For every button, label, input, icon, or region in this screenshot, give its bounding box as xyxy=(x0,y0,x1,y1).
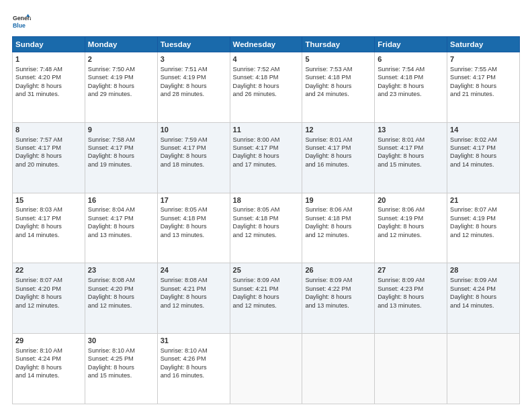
day-info: Daylight: 8 hours xyxy=(15,293,82,301)
day-info: Sunrise: 8:10 AM xyxy=(161,347,227,355)
day-info: Daylight: 8 hours xyxy=(161,82,227,90)
table-row xyxy=(375,334,447,404)
day-info: and 13 minutes. xyxy=(378,302,444,310)
day-info: and 29 minutes. xyxy=(88,90,154,98)
day-info: Daylight: 8 hours xyxy=(88,363,154,371)
day-info: and 12 minutes. xyxy=(378,231,444,239)
calendar-header-row: Sunday Monday Tuesday Wednesday Thursday… xyxy=(13,37,520,52)
day-number: 3 xyxy=(161,54,227,64)
table-row: 27Sunrise: 8:09 AMSunset: 4:23 PMDayligh… xyxy=(375,263,447,334)
day-info: Sunrise: 7:54 AM xyxy=(378,65,444,73)
day-info: Sunset: 4:17 PM xyxy=(305,144,371,152)
day-number: 17 xyxy=(161,195,227,205)
day-info: Sunset: 4:17 PM xyxy=(88,214,154,222)
day-info: Sunrise: 7:50 AM xyxy=(88,65,154,73)
day-number: 30 xyxy=(88,336,154,346)
day-info: and 19 minutes. xyxy=(88,161,154,169)
table-row: 7Sunrise: 7:55 AMSunset: 4:17 PMDaylight… xyxy=(447,52,520,123)
day-info: Sunset: 4:26 PM xyxy=(161,355,227,363)
day-info: Daylight: 8 hours xyxy=(305,293,371,301)
day-info: Sunset: 4:18 PM xyxy=(161,214,227,222)
day-info: Sunrise: 7:55 AM xyxy=(450,65,517,73)
col-wednesday: Wednesday xyxy=(230,37,302,52)
day-number: 31 xyxy=(161,336,227,346)
day-info: Daylight: 8 hours xyxy=(161,152,227,160)
day-info: Sunset: 4:18 PM xyxy=(305,214,371,222)
day-info: Sunrise: 7:52 AM xyxy=(233,65,300,73)
day-info: and 12 minutes. xyxy=(88,302,154,310)
day-info: Daylight: 8 hours xyxy=(305,152,371,160)
day-info: and 17 minutes. xyxy=(233,161,300,169)
day-info: and 12 minutes. xyxy=(233,302,300,310)
day-number: 11 xyxy=(233,125,300,135)
day-info: Daylight: 8 hours xyxy=(450,222,517,230)
day-number: 16 xyxy=(88,195,154,205)
day-info: Sunset: 4:21 PM xyxy=(161,285,227,293)
day-info: Sunset: 4:20 PM xyxy=(88,285,154,293)
day-number: 1 xyxy=(15,54,82,64)
day-info: Daylight: 8 hours xyxy=(161,222,227,230)
day-info: Sunset: 4:25 PM xyxy=(88,355,154,363)
table-row: 9Sunrise: 7:58 AMSunset: 4:17 PMDaylight… xyxy=(85,122,157,193)
day-number: 19 xyxy=(305,195,371,205)
table-row: 21Sunrise: 8:07 AMSunset: 4:19 PMDayligh… xyxy=(447,193,520,263)
day-number: 13 xyxy=(378,125,444,135)
table-row: 6Sunrise: 7:54 AMSunset: 4:18 PMDaylight… xyxy=(375,52,447,123)
day-number: 15 xyxy=(15,195,82,205)
table-row: 29Sunrise: 8:10 AMSunset: 4:24 PMDayligh… xyxy=(13,334,85,404)
day-info: Sunrise: 8:06 AM xyxy=(305,205,371,214)
day-info: Sunset: 4:17 PM xyxy=(378,144,444,152)
day-info: Sunrise: 8:09 AM xyxy=(450,276,517,284)
col-sunday: Sunday xyxy=(13,37,85,52)
day-info: Daylight: 8 hours xyxy=(88,222,154,230)
day-info: and 16 minutes. xyxy=(305,161,371,169)
day-number: 23 xyxy=(88,265,154,275)
table-row: 13Sunrise: 8:01 AMSunset: 4:17 PMDayligh… xyxy=(375,122,447,193)
day-info: and 13 minutes. xyxy=(161,231,227,239)
day-number: 22 xyxy=(15,265,82,275)
day-info: Sunrise: 8:00 AM xyxy=(233,136,300,144)
day-info: Daylight: 8 hours xyxy=(88,293,154,301)
day-info: Sunset: 4:22 PM xyxy=(305,285,371,293)
day-info: Sunset: 4:17 PM xyxy=(233,144,300,152)
day-number: 21 xyxy=(450,195,517,205)
day-number: 12 xyxy=(305,125,371,135)
calendar-week-row: 22Sunrise: 8:07 AMSunset: 4:20 PMDayligh… xyxy=(13,263,520,334)
day-info: Sunset: 4:17 PM xyxy=(450,73,517,81)
day-info: and 15 minutes. xyxy=(378,161,444,169)
day-info: Sunset: 4:21 PM xyxy=(233,285,300,293)
table-row: 1Sunrise: 7:48 AMSunset: 4:20 PMDaylight… xyxy=(13,52,85,123)
day-info: and 12 minutes. xyxy=(161,302,227,310)
table-row: 17Sunrise: 8:05 AMSunset: 4:18 PMDayligh… xyxy=(157,193,230,263)
day-info: and 15 minutes. xyxy=(88,371,154,379)
day-info: Sunrise: 7:57 AM xyxy=(15,136,82,144)
col-tuesday: Tuesday xyxy=(157,37,230,52)
day-number: 18 xyxy=(233,195,300,205)
day-info: Daylight: 8 hours xyxy=(450,152,517,160)
day-info: Sunset: 4:17 PM xyxy=(88,144,154,152)
day-info: Daylight: 8 hours xyxy=(15,222,82,230)
table-row: 15Sunrise: 8:03 AMSunset: 4:17 PMDayligh… xyxy=(13,193,85,263)
day-info: and 14 minutes. xyxy=(450,161,517,169)
day-info: Sunset: 4:17 PM xyxy=(450,144,517,152)
table-row xyxy=(302,334,375,404)
day-number: 26 xyxy=(305,265,371,275)
day-info: and 31 minutes. xyxy=(15,90,82,98)
table-row: 22Sunrise: 8:07 AMSunset: 4:20 PMDayligh… xyxy=(13,263,85,334)
table-row: 24Sunrise: 8:08 AMSunset: 4:21 PMDayligh… xyxy=(157,263,230,334)
day-info: Sunrise: 8:08 AM xyxy=(161,276,227,284)
day-info: and 24 minutes. xyxy=(305,90,371,98)
calendar-week-row: 8Sunrise: 7:57 AMSunset: 4:17 PMDaylight… xyxy=(13,122,520,193)
day-info: Daylight: 8 hours xyxy=(233,293,300,301)
day-number: 2 xyxy=(88,54,154,64)
table-row: 10Sunrise: 7:59 AMSunset: 4:17 PMDayligh… xyxy=(157,122,230,193)
day-info: and 14 minutes. xyxy=(450,302,517,310)
day-info: Sunrise: 7:48 AM xyxy=(15,65,82,73)
day-number: 27 xyxy=(378,265,444,275)
day-info: Daylight: 8 hours xyxy=(378,293,444,301)
day-number: 24 xyxy=(161,265,227,275)
day-number: 7 xyxy=(450,54,517,64)
day-number: 5 xyxy=(305,54,371,64)
table-row: 20Sunrise: 8:06 AMSunset: 4:19 PMDayligh… xyxy=(375,193,447,263)
day-number: 10 xyxy=(161,125,227,135)
